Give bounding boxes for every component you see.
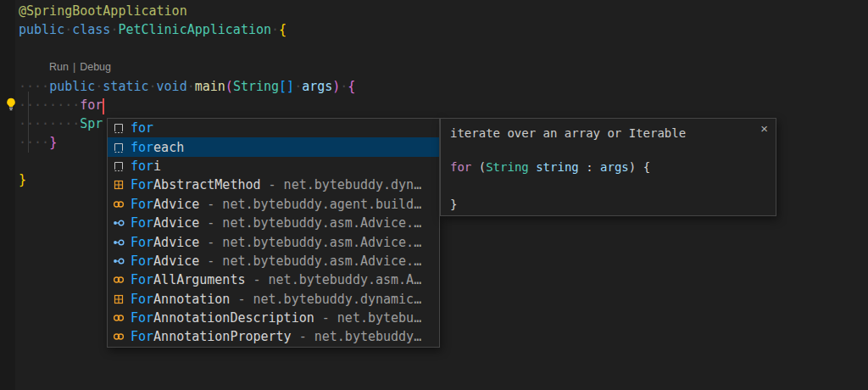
codelens-debug-link[interactable]: Debug <box>80 61 111 73</box>
doc-summary: iterate over an array or Iterable <box>450 125 686 141</box>
enum-icon <box>112 178 131 192</box>
code-line-close-method-brace: ····} <box>19 133 57 152</box>
doc-code-line <box>450 176 650 195</box>
code-token: PetClinicApplication <box>118 22 271 37</box>
suggestion-label: ForAdvice <box>131 254 199 269</box>
suggestion-row[interactable]: ForAdvice - net.bytebuddy.asm.Advice.… <box>108 214 439 232</box>
suggestion-match: For <box>131 177 153 192</box>
suggestion-label: ForAnnotationProperty <box>131 329 292 344</box>
suggestion-match: For <box>131 197 153 212</box>
code-token: · <box>64 22 72 37</box>
suggestion-row[interactable]: ForAbstractMethod - net.bytebuddy.dyn… <box>108 176 439 194</box>
suggestion-row[interactable]: ForAnnotationProperty - net.bytebuddy… <box>108 327 439 346</box>
lightbulb-icon[interactable] <box>3 97 19 112</box>
code-token: class <box>72 22 110 37</box>
code-token: ········ <box>19 98 80 113</box>
code-token: { <box>279 22 287 37</box>
class-icon <box>112 273 131 287</box>
code-token <box>529 160 536 174</box>
code-token: main <box>195 79 225 94</box>
interface-icon <box>112 236 131 249</box>
code-token: · <box>294 79 302 94</box>
code-line-close-class-brace: } <box>19 170 26 189</box>
close-icon[interactable]: × <box>760 122 768 136</box>
snippet-icon <box>112 121 131 135</box>
code-line-main-method: ····public·static·void·main(String[]·arg… <box>19 77 355 96</box>
interface-icon <box>112 216 131 230</box>
suggestion-label: ForAnnotationDescription <box>131 310 314 326</box>
code-token: @SpringBootApplication <box>19 3 187 19</box>
code-token: void <box>157 79 187 94</box>
suggestion-label: foreach <box>131 140 184 155</box>
suggestion-label: ForAdvice <box>131 215 199 231</box>
suggestion-label: for <box>131 120 153 136</box>
code-token: static <box>103 79 148 94</box>
code-line-class-declaration: public·class·PetClinicApplication·{ <box>19 20 287 39</box>
code-editor[interactable]: @SpringBootApplication public·class·PetC… <box>0 0 868 390</box>
code-token: for <box>80 98 103 113</box>
suggestion-row[interactable]: for <box>108 119 439 137</box>
code-token: ) <box>629 160 636 174</box>
codelens-run-link[interactable]: Run <box>49 61 69 73</box>
suggestion-match: For <box>131 235 153 250</box>
code-token: : <box>586 160 593 174</box>
code-token: ) <box>332 79 340 94</box>
code-token: · <box>187 79 195 94</box>
suggestion-label: ForAbstractMethod <box>131 177 261 192</box>
code-token: public <box>19 22 64 37</box>
code-token: String <box>486 160 529 174</box>
suggestion-detail: - net.bytebuddy.dyn… <box>261 177 422 192</box>
class-icon <box>112 330 131 343</box>
suggestion-detail: - net.bytebuddy.asm.Advice.… <box>199 215 421 231</box>
code-token: public <box>49 79 95 94</box>
code-token: · <box>149 79 157 94</box>
code-token: String <box>233 79 279 94</box>
code-token: args <box>302 79 332 94</box>
code-token: } <box>19 172 26 187</box>
code-token: args <box>600 160 629 174</box>
suggestion-match: For <box>131 310 153 326</box>
suggestion-row[interactable]: ForAdvice - net.bytebuddy.asm.Advice.… <box>108 232 439 251</box>
doc-code-preview: for (String string : args) { } <box>450 158 650 214</box>
codelens-separator: | <box>73 61 75 73</box>
code-token: string <box>536 160 579 174</box>
code-token <box>593 160 600 174</box>
suggestion-row[interactable]: foreach <box>108 137 439 156</box>
suggestion-match: for <box>131 159 153 174</box>
suggestion-detail: - net.bytebuddy.agent.build… <box>199 197 421 212</box>
suggestion-row[interactable]: ForAllArguments - net.bytebuddy.asm.A… <box>108 270 439 289</box>
class-icon <box>112 198 131 211</box>
suggestion-match: For <box>131 272 153 287</box>
suggestion-row[interactable]: ForAnnotationDescription - net.bytebu… <box>108 309 439 327</box>
suggestion-row[interactable]: ForAnnotation - net.bytebuddy.dynamic… <box>108 290 439 309</box>
class-icon <box>112 311 131 325</box>
suggestion-match: For <box>131 329 153 344</box>
suggestion-match: For <box>131 254 153 269</box>
suggestion-detail: - net.bytebuddy.asm.A… <box>245 272 421 287</box>
suggest-docs-panel: × iterate over an array or Iterable for … <box>440 118 776 216</box>
code-token: { <box>348 79 355 94</box>
text-cursor <box>103 98 104 114</box>
doc-code-line: for (String string : args) { <box>450 158 650 176</box>
code-token: ···· <box>19 79 49 94</box>
suggestion-row[interactable]: fori <box>108 157 439 176</box>
code-token <box>579 160 586 174</box>
code-token: } <box>450 198 457 211</box>
suggestion-row[interactable]: ForAdvice - net.bytebuddy.agent.build… <box>108 195 439 214</box>
code-token: ···· <box>19 135 49 150</box>
suggestion-match: For <box>131 292 153 307</box>
suggestion-row[interactable]: ForAdvice - net.bytebuddy.asm.Advice.… <box>108 252 439 270</box>
snippet-icon <box>112 141 131 154</box>
code-token: ( <box>225 79 233 94</box>
code-line-annotation: @SpringBootApplication <box>19 2 187 20</box>
suggestion-match: for <box>131 120 153 136</box>
code-token: for <box>450 160 471 174</box>
suggestion-label: fori <box>131 159 161 174</box>
code-token: { <box>643 160 650 174</box>
enum-icon <box>112 292 131 306</box>
code-token: [ <box>279 79 287 94</box>
code-token: · <box>271 22 279 37</box>
code-token: ( <box>479 160 486 174</box>
code-token: · <box>95 79 103 94</box>
suggestion-detail: - net.bytebuddy.asm.Advice.… <box>199 235 421 250</box>
